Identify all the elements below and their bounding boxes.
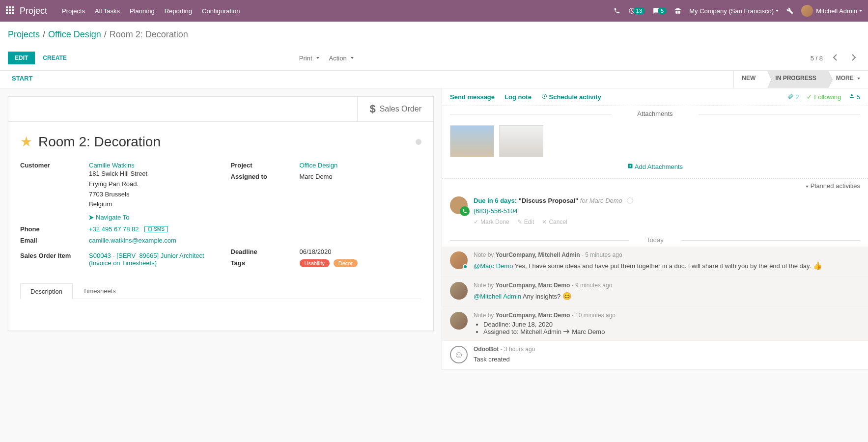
customer-link[interactable]: Camille Watkins [89,162,135,169]
label-assigned: Assigned to [231,173,300,180]
nav-configuration[interactable]: Configuration [202,7,240,15]
message-item: Note by YourCompany, Marc Demo - 9 minut… [442,277,868,307]
message-time: - 9 minutes ago [572,282,613,289]
stage-indicator: NEW IN PROGRESS MORE [733,71,868,88]
breadcrumb-current: Room 2: Decoration [110,29,188,40]
navigate-to-link[interactable]: Navigate To [89,214,129,221]
tag-decor[interactable]: Decor [334,259,358,267]
edit-button[interactable]: EDIT [8,52,35,64]
app-brand[interactable]: Project [20,6,47,16]
print-dropdown[interactable]: Print [299,55,319,62]
phone-badge-icon [460,206,470,216]
add-attachments-button[interactable]: Add Attachments [450,163,860,170]
log-note-button[interactable]: Log note [504,93,532,101]
apps-icon[interactable] [6,6,14,16]
addr-line-2: Frying Pan Road. [89,179,147,190]
project-link[interactable]: Office Design [300,162,338,169]
pager-next[interactable] [847,52,860,64]
deadline-value: 06/18/2020 [300,248,332,255]
svg-rect-1 [9,6,11,8]
label-so: Sales Order Item [20,252,89,259]
schedule-activity-button[interactable]: Schedule activity [541,93,601,101]
planned-activities-header[interactable]: Planned activities [442,179,868,193]
mention[interactable]: @Mitchell Admin [474,293,521,300]
gift-icon[interactable] [674,7,681,14]
label-email: Email [20,237,89,244]
message-avatar [450,312,468,330]
task-title: Room 2: Decoration [38,134,161,150]
avatar-icon [801,5,813,17]
nav-planning[interactable]: Planning [130,7,155,15]
pager-text[interactable]: 5 / 8 [811,55,823,62]
tracking-line: Assigned to: Mitchell Admin Marc Demo [483,328,860,335]
message-avatar [450,251,468,269]
cancel-activity-button[interactable]: ✕ Cancel [542,219,567,225]
svg-rect-0 [6,6,8,8]
edit-activity-button[interactable]: ✎ Edit [517,219,534,225]
mark-done-button[interactable]: ✓ Mark Done [474,219,509,225]
message-time: - 5 minutes ago [582,251,622,258]
start-button[interactable]: START [0,71,44,88]
stage-in-progress[interactable]: IN PROGRESS [767,71,828,88]
stage-new[interactable]: NEW [734,71,767,88]
planned-activity: Due in 6 days: "Discuss Proposal" for Ma… [442,193,868,233]
send-message-button[interactable]: Send message [450,93,495,101]
debug-icon[interactable] [786,7,793,14]
svg-rect-3 [6,9,8,11]
activity-title: "Discuss Proposal" [519,197,578,204]
sms-button[interactable]: SMS [144,226,168,232]
svg-rect-7 [9,12,11,14]
label-phone: Phone [20,225,89,233]
activity-avatar [450,196,468,214]
tab-description[interactable]: Description [20,283,73,299]
thumbs-up-emoji: 👍 [813,261,822,270]
nav-projects[interactable]: Projects [62,7,85,15]
sales-order-button[interactable]: $ Sales Order [357,97,433,121]
mention[interactable]: @Marc Demo [474,262,513,270]
attachment-thumb[interactable] [450,125,494,157]
action-dropdown[interactable]: Action [329,55,354,62]
info-icon[interactable]: ⓘ [627,197,633,204]
message-author[interactable]: YourCompany, Marc Demo [496,282,570,289]
attachment-count[interactable]: 2 [787,93,799,101]
breadcrumb-root[interactable]: Projects [8,29,40,40]
kanban-state[interactable] [416,139,421,145]
breadcrumb-project[interactable]: Office Design [48,29,101,40]
phone-link[interactable]: +32 495 67 78 82 [89,225,139,233]
addr-line-3: 7703 Brussels [89,190,147,200]
pager-prev[interactable] [829,52,841,64]
message-time: - 3 hours ago [501,346,535,353]
company-switcher[interactable]: My Company (San Francisco) [689,7,779,15]
addr-line-1: 181 Swick Hill Street [89,169,147,179]
follower-count[interactable]: 5 [849,93,860,101]
message-author[interactable]: YourCompany, Mitchell Admin [496,251,580,258]
notebook-tabs: Description Timesheets [20,283,421,299]
chatter: Send message Log note Schedule activity … [442,88,868,370]
stage-more[interactable]: MORE [828,71,868,88]
phone-icon[interactable] [614,7,620,14]
label-deadline: Deadline [231,248,300,255]
following-button[interactable]: ✓ Following [807,93,841,101]
star-icon[interactable]: ★ [20,134,32,150]
nav-all-tasks[interactable]: All Tasks [95,7,120,15]
so-link[interactable]: S00043 - [SERV_89665] Junior Architect (… [89,252,204,267]
smile-emoji: 😊 [562,292,572,300]
svg-rect-10 [149,227,151,231]
messaging-icon[interactable]: 5 [653,7,667,14]
svg-rect-5 [12,9,14,11]
attachments-header: Attachments [442,106,868,121]
message-author[interactable]: OdooBot [474,346,499,353]
create-button[interactable]: CREATE [39,52,70,64]
activities-icon[interactable]: 13 [628,7,645,14]
tag-usability[interactable]: Usability [300,259,330,267]
email-link[interactable]: camille.watkins@example.com [89,237,176,244]
tab-timesheets[interactable]: Timesheets [73,283,126,299]
activity-phone[interactable]: (683)-556-5104 [474,207,633,215]
user-menu[interactable]: Mitchell Admin [801,5,862,17]
messages-badge: 5 [658,7,667,14]
attachment-thumb[interactable] [499,125,543,157]
nav-reporting[interactable]: Reporting [165,7,192,15]
activity-due: Due in 6 days: [474,197,517,204]
svg-rect-2 [12,6,14,8]
message-author[interactable]: YourCompany, Marc Demo [496,312,570,319]
